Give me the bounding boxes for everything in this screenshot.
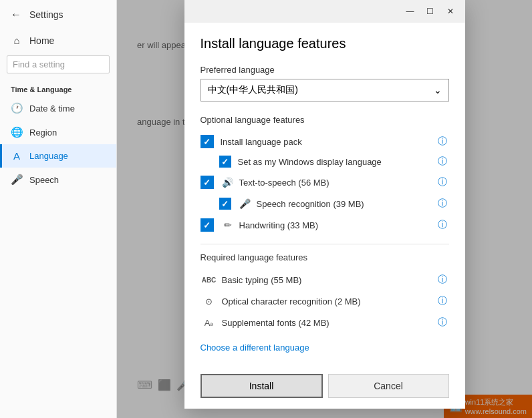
date-time-icon: 🕐	[11, 102, 23, 114]
checkbox-install-pack[interactable]: ✓	[201, 135, 214, 148]
info-icon-tts[interactable]: ⓘ	[436, 176, 449, 189]
sidebar-item-date-time[interactable]: 🕐 Date & time	[0, 96, 116, 120]
pen-icon: ✏	[221, 218, 235, 232]
info-icon-basic-typing[interactable]: ⓘ	[436, 273, 449, 286]
language-dropdown[interactable]: 中文(中华人民共和国) ⌄	[201, 79, 449, 101]
sidebar-item-label-home: Home	[29, 35, 54, 46]
checkbox-handwriting[interactable]: ✓	[201, 218, 214, 232]
sidebar-section-label: Time & Language	[0, 77, 116, 96]
close-button[interactable]: ✕	[441, 4, 460, 19]
choose-language-link[interactable]: Choose a different language	[201, 343, 309, 353]
feature-label-windows-display: Set as my Windows display language	[238, 157, 436, 167]
checkbox-windows-display[interactable]: ✓	[219, 156, 231, 168]
minimize-button[interactable]: —	[401, 4, 420, 19]
checkbox-tts[interactable]: ✓	[201, 176, 214, 189]
preferred-language-label: Preferred language	[201, 65, 449, 75]
info-icon-speech-rec[interactable]: ⓘ	[436, 197, 449, 210]
req-supplemental: Aₐ Supplemental fonts (42 MB) ⓘ	[201, 312, 449, 333]
check-icon-tts: ✓	[203, 178, 211, 188]
modal-dialog: — ☐ ✕ Install language features Preferre…	[184, 0, 465, 409]
back-button[interactable]: ←	[8, 7, 24, 23]
sidebar-item-label-language: Language	[29, 151, 68, 161]
modal-titlebar: — ☐ ✕	[184, 0, 465, 23]
check-icon-speech: ✓	[221, 199, 229, 209]
sidebar-item-region[interactable]: 🌐 Region	[0, 120, 116, 144]
modal-title: Install language features	[201, 36, 449, 51]
region-icon: 🌐	[11, 126, 23, 138]
sidebar-header: ← Settings	[0, 0, 116, 29]
maximize-button[interactable]: ☐	[421, 4, 440, 19]
info-icon-supplemental[interactable]: ⓘ	[436, 316, 449, 329]
feature-install-pack: ✓ Install language pack ⓘ	[201, 132, 449, 152]
feature-label-tts: Text-to-speech (56 MB)	[239, 178, 436, 188]
sidebar-item-label-speech: Speech	[29, 175, 59, 185]
feature-handwriting: ✓ ✏ Handwriting (33 MB) ⓘ	[201, 214, 449, 236]
check-icon: ✓	[203, 137, 211, 147]
sidebar-item-label-region: Region	[29, 128, 57, 138]
cancel-button[interactable]: Cancel	[328, 374, 449, 398]
info-icon-ocr[interactable]: ⓘ	[436, 294, 449, 308]
info-icon-install-pack[interactable]: ⓘ	[436, 135, 449, 148]
home-icon: ⌂	[11, 35, 23, 46]
required-section-label: Required language features	[201, 252, 449, 262]
req-basic-typing: ABC Basic typing (55 MB) ⓘ	[201, 269, 449, 290]
fonts-icon: Aₐ	[202, 315, 217, 330]
req-label-basic-typing: Basic typing (55 MB)	[222, 275, 430, 285]
speech-icon: 🎤	[11, 174, 23, 186]
divider	[201, 244, 449, 244]
install-button[interactable]: Install	[201, 374, 323, 398]
feature-tts: ✓ 🔊 Text-to-speech (56 MB) ⓘ	[201, 172, 449, 193]
checkbox-speech-rec[interactable]: ✓	[219, 198, 231, 210]
req-label-supplemental: Supplemental fonts (42 MB)	[222, 318, 430, 328]
optional-section-label: Optional language features	[201, 115, 449, 125]
feature-label-speech-rec: Speech recognition (39 MB)	[257, 199, 436, 209]
language-dropdown-value: 中文(中华人民共和国)	[208, 84, 298, 96]
chevron-down-icon: ⌄	[434, 85, 442, 95]
feature-speech-rec: ✓ 🎤 Speech recognition (39 MB) ⓘ	[201, 193, 449, 214]
modal-footer: Install Cancel	[184, 366, 465, 409]
info-icon-handwriting[interactable]: ⓘ	[436, 218, 449, 232]
feature-label-install-pack: Install language pack	[221, 137, 436, 147]
modal-body: Install language features Preferred lang…	[184, 23, 465, 366]
req-label-ocr: Optical character recognition (2 MB)	[222, 296, 430, 306]
feature-windows-display: ✓ Set as my Windows display language ⓘ	[201, 152, 449, 172]
search-input[interactable]: Find a setting	[7, 55, 110, 73]
sidebar-item-speech[interactable]: 🎤 Speech	[0, 168, 116, 192]
abc-icon: ABC	[202, 272, 217, 287]
info-icon-windows-display[interactable]: ⓘ	[436, 155, 449, 168]
sidebar: ← Settings ⌂ Home Find a setting Time & …	[0, 0, 117, 418]
req-ocr: ⊙ Optical character recognition (2 MB) ⓘ	[201, 290, 449, 312]
language-icon: A	[11, 150, 23, 162]
tts-icon: 🔊	[221, 175, 235, 190]
modal-overlay: — ☐ ✕ Install language features Preferre…	[117, 0, 532, 418]
mic-icon: 🎤	[238, 196, 253, 211]
sidebar-item-home[interactable]: ⌂ Home	[0, 29, 116, 51]
check-icon-display: ✓	[221, 157, 229, 167]
sidebar-item-language[interactable]: A Language	[0, 144, 116, 168]
feature-label-handwriting: Handwriting (33 MB)	[239, 220, 436, 230]
sidebar-title: Settings	[29, 9, 63, 20]
check-icon-handwriting: ✓	[203, 220, 211, 230]
sidebar-item-label-date-time: Date & time	[29, 103, 75, 114]
ocr-icon: ⊙	[202, 294, 217, 308]
main-area: er will appear in this anguage in the li…	[117, 0, 532, 418]
